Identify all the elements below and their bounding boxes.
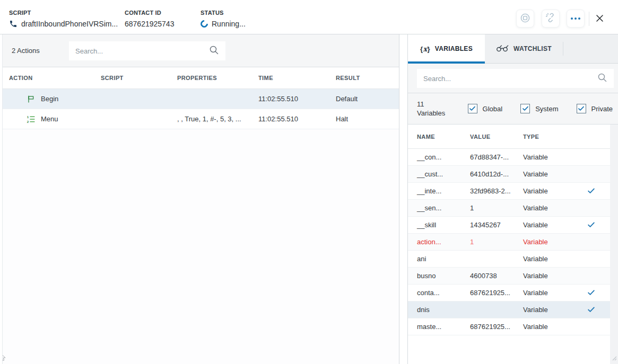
variable-name: __sen... xyxy=(408,204,461,212)
variable-name: __skill xyxy=(408,221,461,229)
unlink-button[interactable] xyxy=(542,10,560,28)
close-button[interactable] xyxy=(594,13,605,25)
actions-table-body: Begin 11:02:55.510 Default 12 Menu , , T… xyxy=(0,89,399,129)
more-options-button[interactable] xyxy=(567,10,585,28)
variable-value: 1 xyxy=(461,204,514,212)
stop-icon xyxy=(520,13,530,25)
variable-name: dnis xyxy=(408,306,461,314)
header-divider xyxy=(589,12,589,26)
variable-row[interactable]: __con... 67d88347-... Variable xyxy=(408,149,610,166)
watch-check-icon xyxy=(579,307,610,313)
resize-grip-icon[interactable] xyxy=(612,353,617,363)
actions-panel: 2 Actions ACTION SCRIPT PROPERTIES TIME … xyxy=(0,34,399,364)
ellipsis-icon xyxy=(571,17,580,20)
window-header: SCRIPT draftIInboundPhoneIVRSim... CONTA… xyxy=(0,0,618,34)
actions-table-header: ACTION SCRIPT PROPERTIES TIME RESULT xyxy=(0,67,399,89)
filter-checkbox[interactable]: Global xyxy=(468,104,503,113)
variable-row[interactable]: __sen... 1 Variable xyxy=(408,200,610,217)
contact-id-label: CONTACT ID xyxy=(125,10,174,16)
tab-variables[interactable]: {x} VARIABLES xyxy=(408,34,485,63)
svg-text:1: 1 xyxy=(27,115,29,119)
variable-name: conta... xyxy=(408,289,461,297)
action-name: Menu xyxy=(41,115,58,123)
variable-value: 687621925... xyxy=(461,289,514,297)
script-trace-window: SCRIPT draftIInboundPhoneIVRSim... CONTA… xyxy=(0,0,618,364)
variable-type: Variable xyxy=(514,170,579,178)
action-time: 11:02:55.510 xyxy=(249,95,327,103)
scrollbar-gutter[interactable] xyxy=(610,125,618,364)
filter-checkbox[interactable]: System xyxy=(520,104,558,113)
ordered-list-icon: 12 xyxy=(27,115,35,123)
tab-variables-label: VARIABLES xyxy=(435,45,473,52)
checkbox-icon[interactable] xyxy=(520,104,530,113)
variable-name: action... xyxy=(408,238,461,246)
variable-row[interactable]: action... 1 Variable xyxy=(408,234,610,251)
variable-name: __con... xyxy=(408,153,461,161)
variable-row[interactable]: busno 4600738 Variable xyxy=(408,268,610,285)
filter-checkbox[interactable]: Private xyxy=(577,104,613,113)
variables-table-header: NAME VALUE TYPE xyxy=(408,125,610,149)
status-label: STATUS xyxy=(201,10,246,16)
variable-row[interactable]: __cust... 6410d12d-... Variable xyxy=(408,166,610,183)
watch-check-icon xyxy=(579,222,610,228)
script-field: SCRIPT draftIInboundPhoneIVRSim... xyxy=(9,10,118,28)
action-row[interactable]: 12 Menu , , True, 1, #-, 5, 3, ... 11:02… xyxy=(0,109,399,129)
variable-type: Variable xyxy=(514,204,579,212)
col-time: TIME xyxy=(249,75,327,81)
status-value: Running... xyxy=(212,20,246,28)
watch-check-icon xyxy=(579,188,610,194)
variable-row[interactable]: dnis Variable xyxy=(408,301,610,318)
tab-separator xyxy=(563,42,563,56)
variable-row[interactable]: conta... 687621925... Variable xyxy=(408,285,610,301)
search-icon[interactable] xyxy=(597,73,607,85)
watch-check-icon xyxy=(579,290,610,296)
checkbox-icon[interactable] xyxy=(468,104,477,113)
contact-id-field: CONTACT ID 687621925743 xyxy=(125,10,174,28)
checkbox-icon[interactable] xyxy=(577,104,586,113)
variables-count: 11 Variables xyxy=(417,100,445,118)
col-result: RESULT xyxy=(327,75,399,81)
variable-row[interactable]: ani Variable xyxy=(408,251,610,268)
script-label: SCRIPT xyxy=(9,10,118,16)
variable-type: Variable xyxy=(514,221,579,229)
actions-search-input[interactable] xyxy=(75,47,209,55)
tab-watchlist-label: WATCHLIST xyxy=(513,45,552,52)
svg-text:2: 2 xyxy=(27,119,29,123)
action-time: 11:02:55.510 xyxy=(249,115,327,123)
variable-type: Variable xyxy=(514,306,579,314)
stop-button[interactable] xyxy=(516,10,534,28)
variable-filters: Global System Private xyxy=(468,93,613,124)
variables-panel: {x} VARIABLES WATCHLIST xyxy=(407,34,618,364)
search-icon[interactable] xyxy=(209,45,219,57)
filter-label: Global xyxy=(483,105,503,113)
variable-row[interactable]: __skill 14345267 Variable xyxy=(408,217,610,234)
filter-label: System xyxy=(535,105,558,113)
variable-value: 6410d12d-... xyxy=(461,170,514,178)
variables-search-row xyxy=(408,64,618,93)
variable-value: 14345267 xyxy=(461,221,514,229)
script-name: draftIInboundPhoneIVRSim... xyxy=(21,20,118,28)
col-action: ACTION xyxy=(0,75,92,81)
variables-search-input[interactable] xyxy=(423,75,597,83)
variable-value: 67d88347-... xyxy=(461,153,514,161)
variable-type: Variable xyxy=(514,289,579,297)
braces-x-icon: {x} xyxy=(420,45,430,53)
tab-watchlist[interactable]: WATCHLIST xyxy=(485,34,563,63)
flag-icon xyxy=(27,95,35,103)
variable-value: 32fd9683-2... xyxy=(461,187,514,195)
glasses-icon xyxy=(496,45,509,54)
variables-search xyxy=(417,69,614,88)
col-type: TYPE xyxy=(514,134,579,140)
action-row[interactable]: Begin 11:02:55.510 Default xyxy=(0,89,399,109)
variable-type: Variable xyxy=(514,323,579,331)
action-name: Begin xyxy=(41,95,58,103)
variable-type: Variable xyxy=(514,153,579,161)
contact-id-value: 687621925743 xyxy=(125,20,174,28)
variables-filter-row: 11 Variables Global System Private xyxy=(408,93,618,125)
col-properties: PROPERTIES xyxy=(168,75,249,81)
variable-row[interactable]: maste... 687621925... Variable xyxy=(408,318,610,335)
actions-toolbar: 2 Actions xyxy=(0,34,399,67)
variable-type: Variable xyxy=(514,272,579,280)
variable-row[interactable]: __inte... 32fd9683-2... Variable xyxy=(408,183,610,200)
variable-name: ani xyxy=(408,255,461,263)
